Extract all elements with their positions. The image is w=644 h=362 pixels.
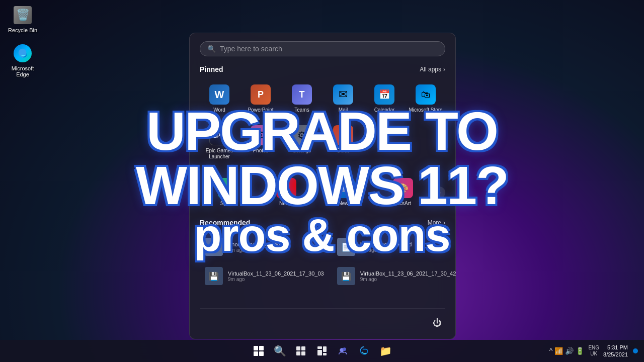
app-word[interactable]: W Word: [200, 80, 239, 117]
recommended-section-header: Recommended More ›: [200, 219, 445, 227]
all-apps-button[interactable]: All apps ›: [420, 66, 445, 73]
time-display: 5:31 PM: [603, 344, 628, 351]
app-calendar[interactable]: 📅 Calendar: [365, 80, 404, 117]
taskbar-search[interactable]: 🔍: [271, 342, 289, 360]
rec-item-vbox2[interactable]: 💾 VirtualBox_11_23_06_2021_17_30_42 9m a…: [332, 263, 461, 289]
date-display: 8/25/2021: [603, 351, 628, 358]
more-button[interactable]: More ›: [428, 219, 445, 226]
news-icon: 📰: [335, 178, 355, 198]
svg-rect-0: [296, 346, 300, 350]
app-netflix[interactable]: N Netflix: [258, 174, 314, 211]
app-mail[interactable]: ✉ Mail: [324, 80, 363, 117]
search-bar[interactable]: 🔍: [200, 41, 445, 56]
taskbar-task-view[interactable]: [292, 342, 310, 360]
chevron-right-icon: ›: [443, 66, 445, 73]
desktop-icons-container: 🗑️ Recycle Bin Microsoft Edge: [5, 5, 40, 77]
powerpoint-label: PowerPoint: [248, 107, 273, 113]
tray-volume[interactable]: 🔊: [565, 347, 574, 355]
rec-text-short: Short Recommended 8m ago: [228, 241, 280, 253]
edge-icon[interactable]: Microsoft Edge: [5, 43, 40, 77]
app-office[interactable]: O Office: [324, 121, 363, 164]
edge-label: Microsoft Edge: [5, 65, 40, 77]
power-button[interactable]: ⏻: [429, 315, 445, 331]
sys-tray-icons: ^ 📶 🔊 🔋: [549, 347, 585, 355]
search-icon: 🔍: [207, 45, 216, 53]
netflix-label: Netflix: [279, 201, 293, 207]
svg-rect-4: [317, 346, 322, 349]
pinned-row3: ♫ Spotify N Netflix 📰 News 🎨 PicsArt ···: [200, 174, 445, 211]
word-icon: W: [209, 84, 229, 105]
rec-icon-more: 📄: [337, 238, 355, 256]
start-menu-footer: ⏻: [200, 308, 445, 331]
office-label: Office: [337, 148, 350, 154]
rec-text-vbox2: VirtualBox_11_23_06_2021_17_30_42 9m ago: [360, 270, 456, 282]
spotify-icon: ♫: [218, 178, 238, 198]
app-news[interactable]: 📰 News: [316, 174, 373, 211]
picsart-label: PicsArt: [395, 201, 411, 207]
app-epic-games[interactable]: EPIC Epic Games Launcher: [200, 121, 239, 164]
rec-item-vbox1[interactable]: 💾 VirtualBox_11_23_06_2021_17_30_03 9m a…: [200, 263, 329, 289]
app-settings[interactable]: ⚙ Settings: [282, 121, 321, 164]
netflix-icon: N: [276, 178, 296, 198]
taskbar-chat[interactable]: [334, 342, 352, 360]
settings-label: Settings: [293, 148, 311, 154]
more-pinned-button[interactable]: ···: [433, 187, 445, 199]
svg-rect-2: [296, 351, 300, 355]
settings-icon: ⚙: [292, 125, 312, 145]
taskbar-widgets[interactable]: [313, 342, 331, 360]
calendar-icon: 📅: [374, 84, 394, 105]
app-microsoft-store[interactable]: 🛍 Microsoft Store: [406, 80, 445, 117]
teams-icon: T: [292, 84, 312, 105]
rec-item-short[interactable]: 📄 Short Recommended 8m ago: [200, 234, 329, 260]
spotify-label: Spotify: [220, 201, 236, 207]
start-button[interactable]: [250, 342, 268, 360]
recycle-bin-label: Recycle Bin: [8, 27, 37, 33]
mail-icon: ✉: [333, 84, 353, 105]
pinned-title: Pinned: [200, 65, 223, 73]
app-spotify[interactable]: ♫ Spotify: [200, 174, 256, 211]
taskbar-file-explorer[interactable]: 📁: [376, 342, 394, 360]
svg-rect-6: [323, 346, 327, 352]
tray-wifi[interactable]: 📶: [554, 347, 563, 355]
mail-label: Mail: [339, 107, 348, 113]
rec-icon-vbox1: 💾: [205, 267, 223, 285]
powerpoint-icon: P: [251, 84, 271, 105]
taskbar-edge[interactable]: [355, 342, 373, 360]
msstore-icon: 🛍: [416, 84, 436, 105]
taskbar-system-tray: ^ 📶 🔊 🔋 ENGUK 5:31 PM 8/25/2021: [549, 344, 638, 358]
calendar-label: Calendar: [374, 107, 395, 113]
office-icon: O: [333, 125, 353, 145]
windows-logo: [254, 346, 264, 356]
rec-icon-short: 📄: [205, 238, 223, 256]
recycle-bin-icon[interactable]: 🗑️ Recycle Bin: [5, 5, 40, 33]
app-picsart[interactable]: 🎨 PicsArt: [375, 174, 431, 211]
recommended-section: 📄 Short Recommended 8m ago 📄 More Recomm…: [200, 234, 445, 308]
pinned-apps-grid: W Word P PowerPoint T Teams ✉ Mail 📅 Cal…: [200, 80, 445, 164]
rec-text-more: More Recommended 8m ago: [360, 241, 412, 253]
svg-point-9: [343, 347, 346, 351]
notification-dot[interactable]: [633, 348, 638, 353]
recommended-title: Recommended: [200, 219, 250, 227]
svg-rect-3: [301, 351, 305, 355]
svg-rect-5: [317, 350, 322, 355]
photos-label: Photos: [253, 148, 268, 154]
msstore-label: Microsoft Store: [409, 107, 442, 113]
tray-chevron[interactable]: ^: [549, 347, 553, 355]
pinned-section-header: Pinned All apps ›: [200, 65, 445, 73]
language-indicator[interactable]: ENGUK: [588, 345, 599, 357]
app-powerpoint[interactable]: P PowerPoint: [241, 80, 280, 117]
rec-icon-vbox2: 💾: [337, 267, 355, 285]
edge-img: [14, 44, 32, 62]
search-input[interactable]: [220, 45, 438, 53]
tray-battery[interactable]: 🔋: [576, 347, 584, 355]
svg-rect-7: [323, 353, 327, 355]
app-photos[interactable]: 🖼 Photos: [241, 121, 280, 164]
word-label: Word: [213, 107, 225, 113]
taskbar-center: 🔍: [250, 342, 394, 360]
app-teams[interactable]: T Teams: [282, 80, 321, 117]
epic-icon: EPIC: [209, 125, 229, 145]
system-clock[interactable]: 5:31 PM 8/25/2021: [603, 344, 628, 358]
picsart-icon: 🎨: [393, 178, 413, 198]
recycle-bin-img: 🗑️: [14, 6, 32, 24]
rec-item-more[interactable]: 📄 More Recommended 8m ago: [332, 234, 461, 260]
